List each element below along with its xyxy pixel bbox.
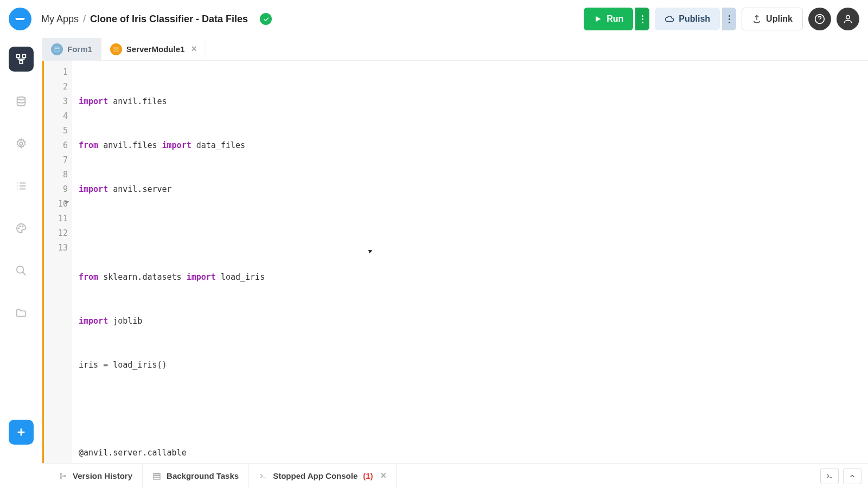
- plus-icon: [15, 426, 27, 438]
- play-icon: [593, 15, 602, 23]
- server-icon: [110, 43, 122, 55]
- tab-label: Form1: [67, 44, 92, 54]
- user-icon: [843, 14, 853, 24]
- account-button[interactable]: [837, 8, 859, 30]
- publish-label: Publish: [679, 14, 710, 24]
- svg-point-7: [18, 228, 20, 229]
- breadcrumb-separator: /: [83, 14, 86, 25]
- run-button[interactable]: Run: [584, 8, 633, 30]
- nav-app-structure[interactable]: [9, 47, 34, 72]
- help-icon: [814, 14, 825, 24]
- breadcrumb-app-name[interactable]: Clone of Iris Classifier - Data Files: [90, 14, 248, 25]
- publish-more-button[interactable]: [722, 8, 736, 30]
- line-gutter: 1 2 3 4 5 6 7 8 9 10 11 12 13: [44, 61, 72, 463]
- svg-rect-13: [114, 50, 118, 52]
- branch-icon: [59, 472, 67, 480]
- gear-icon: [15, 138, 27, 150]
- cloud-icon: [665, 14, 674, 24]
- uplink-label: Uplink: [766, 14, 793, 24]
- topbar: My Apps / Clone of Iris Classifier - Dat…: [0, 0, 868, 38]
- main: Form1 ServerModule1 × 1 2 3 4 5 6 7 8 9: [0, 38, 868, 488]
- breadcrumb: My Apps / Clone of Iris Classifier - Dat…: [41, 14, 248, 25]
- nav-settings[interactable]: [9, 131, 34, 156]
- kebab-icon: [642, 15, 643, 23]
- publish-button[interactable]: Publish: [655, 8, 720, 30]
- editor-area: Form1 ServerModule1 × 1 2 3 4 5 6 7 8 9: [42, 38, 868, 488]
- tab-form1[interactable]: Form1: [42, 38, 101, 60]
- svg-point-5: [17, 97, 25, 100]
- nav-files[interactable]: [9, 300, 34, 325]
- breadcrumb-my-apps[interactable]: My Apps: [41, 14, 79, 25]
- status-ok-icon: [260, 13, 272, 25]
- svg-rect-11: [55, 47, 59, 52]
- help-button[interactable]: [808, 8, 831, 30]
- nav-theme[interactable]: [9, 216, 34, 241]
- uplink-icon: [752, 14, 762, 24]
- svg-point-6: [20, 142, 23, 145]
- search-icon: [15, 265, 27, 277]
- palette-icon: [15, 222, 27, 234]
- kebab-icon: [729, 15, 730, 23]
- close-icon[interactable]: ×: [191, 43, 197, 55]
- form-icon: [51, 43, 63, 55]
- anvil-logo[interactable]: [9, 8, 31, 30]
- uplink-button[interactable]: Uplink: [742, 8, 803, 30]
- svg-rect-4: [20, 61, 23, 64]
- svg-point-16: [65, 475, 66, 477]
- fold-icon[interactable]: [65, 201, 69, 204]
- folder-icon: [15, 307, 27, 319]
- tab-label: ServerModule1: [126, 44, 185, 54]
- nav-tasks[interactable]: [9, 174, 34, 198]
- side-nav: [0, 38, 42, 488]
- svg-rect-12: [114, 47, 118, 49]
- nav-data[interactable]: [9, 89, 34, 114]
- mouse-cursor-icon: ➤: [366, 243, 375, 259]
- tree-icon: [15, 53, 27, 65]
- database-icon: [15, 95, 27, 107]
- svg-point-8: [20, 226, 21, 227]
- nav-add[interactable]: [9, 420, 34, 445]
- code-content[interactable]: import anvil.files from anvil.files impo…: [72, 61, 868, 463]
- list-icon: [15, 180, 27, 192]
- tab-servermodule1[interactable]: ServerModule1 ×: [101, 38, 206, 60]
- svg-point-14: [60, 473, 62, 474]
- file-tabs: Form1 ServerModule1 ×: [42, 38, 868, 61]
- run-label: Run: [607, 14, 623, 24]
- svg-point-1: [846, 15, 850, 19]
- code-editor[interactable]: 1 2 3 4 5 6 7 8 9 10 11 12 13 import anv…: [42, 61, 868, 463]
- svg-point-15: [60, 477, 62, 479]
- svg-point-9: [22, 226, 23, 227]
- run-more-button[interactable]: [635, 8, 649, 30]
- svg-rect-2: [17, 55, 20, 58]
- svg-point-10: [17, 266, 24, 273]
- svg-rect-3: [23, 55, 26, 58]
- nav-search[interactable]: [9, 258, 34, 283]
